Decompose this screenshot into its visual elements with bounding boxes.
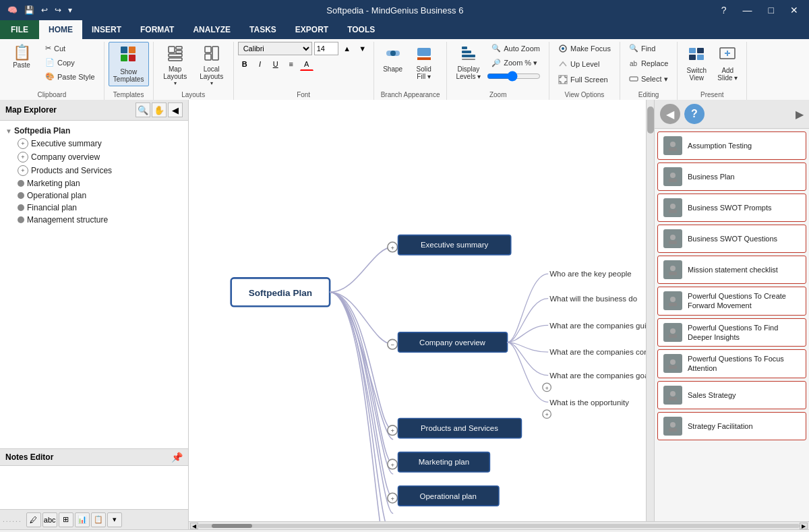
- underline-button[interactable]: U: [269, 57, 282, 71]
- collapse-sidebar-button[interactable]: ◀: [168, 102, 183, 117]
- pan-button[interactable]: ✋: [152, 102, 167, 117]
- save-icon[interactable]: 💾: [22, 4, 36, 16]
- exec-node[interactable]: + Executive summary: [388, 235, 511, 255]
- hscroll-left-button[interactable]: ◀: [190, 523, 198, 529]
- svg-rect-7: [169, 54, 182, 57]
- sidebar-item-management[interactable]: Management structure: [3, 214, 185, 226]
- font-family-select[interactable]: Calibri: [238, 42, 312, 55]
- auto-zoom-button[interactable]: 🔍 Auto Zoom: [487, 42, 545, 55]
- local-layouts-button[interactable]: Local Layouts ▾: [194, 42, 229, 90]
- bold-button[interactable]: B: [238, 57, 251, 71]
- canvas-vscroll[interactable]: [646, 100, 654, 521]
- sidebar-item-products-services[interactable]: + Products and Services: [3, 164, 185, 177]
- svg-rect-10: [212, 47, 218, 60]
- redo-icon[interactable]: ↪: [53, 4, 63, 16]
- template-powerful-create[interactable]: Powerful Questions To Create Forward Mov…: [657, 287, 806, 316]
- sidebar-view-btn-6[interactable]: ▾: [107, 512, 122, 527]
- back-button[interactable]: ◀: [660, 104, 680, 124]
- font-size-down-button[interactable]: ▼: [356, 42, 369, 55]
- template-powerful-find[interactable]: Powerful Questions To Find Deeper Insigh…: [657, 318, 806, 347]
- template-label-5: Mission statement checklist: [688, 265, 778, 274]
- shape-button[interactable]: Shape: [378, 42, 408, 76]
- root-node-group[interactable]: Softpedia Plan: [231, 278, 330, 306]
- show-templates-button[interactable]: Show Templates: [109, 42, 149, 86]
- template-business-plan[interactable]: Business Plan: [657, 162, 806, 191]
- template-powerful-focus[interactable]: Powerful Questions To Focus Attention: [657, 349, 806, 378]
- tab-insert[interactable]: INSERT: [82, 20, 131, 39]
- company-node[interactable]: − Company overview: [388, 332, 508, 352]
- operational-node[interactable]: + Operational plan: [388, 486, 499, 506]
- font-size-input[interactable]: [314, 42, 338, 55]
- template-label-6: Powerful Questions To Create Forward Mov…: [688, 291, 800, 311]
- canvas-hscroll[interactable]: ◀ ▶: [189, 521, 809, 529]
- templates-label: Templates: [109, 90, 149, 100]
- maximize-button[interactable]: □: [763, 3, 779, 17]
- expand-executive[interactable]: +: [18, 138, 28, 149]
- tab-home[interactable]: HOME: [39, 20, 82, 39]
- tab-format[interactable]: FORMAT: [131, 20, 183, 39]
- products-node[interactable]: + Products and Services: [388, 418, 522, 438]
- sidebar-view-btn-1[interactable]: 🖊: [26, 512, 41, 527]
- ribbon-tabs: FILE HOME INSERT FORMAT ANALYZE TASKS EX…: [0, 20, 809, 39]
- full-screen-button[interactable]: Full Screen: [553, 73, 616, 86]
- map-layouts-button[interactable]: Map Layouts ▾: [158, 42, 193, 90]
- vscroll-thumb[interactable]: [647, 107, 654, 134]
- hscroll-right-button[interactable]: ▶: [800, 523, 808, 529]
- close-button[interactable]: ✕: [785, 3, 804, 17]
- find-button[interactable]: 🔍 Find: [624, 42, 673, 55]
- undo-icon[interactable]: ↩: [39, 4, 50, 16]
- paste-style-button[interactable]: 🎨 Paste Style: [40, 70, 100, 83]
- template-strategy-facilitation[interactable]: Strategy Facilitation: [657, 412, 806, 440]
- sidebar-view-btn-4[interactable]: 📊: [75, 512, 90, 527]
- replace-button[interactable]: ab Replace: [624, 57, 673, 70]
- solid-fill-button[interactable]: Solid Fill ▾: [409, 42, 439, 84]
- copy-button[interactable]: 📄 Copy: [40, 56, 100, 69]
- make-focus-button[interactable]: Make Focus: [553, 42, 616, 55]
- zoom-percent-button[interactable]: 🔎 Zoom % ▾: [487, 57, 545, 69]
- switch-view-button[interactable]: Switch View: [682, 42, 711, 85]
- font-color-button[interactable]: A: [300, 57, 313, 71]
- cut-button[interactable]: ✂ Cut: [40, 42, 100, 55]
- more-icon[interactable]: ▾: [66, 4, 74, 16]
- sidebar-view-btn-2[interactable]: abc: [42, 512, 57, 527]
- sidebar-item-company-overview[interactable]: + Company overview: [3, 150, 185, 164]
- sidebar-view-btn-3[interactable]: ⊞: [59, 512, 73, 527]
- select-button[interactable]: Select ▾: [624, 72, 673, 86]
- sidebar-item-root[interactable]: ▼ Softpedia Plan: [3, 125, 185, 137]
- notes-content[interactable]: [0, 466, 188, 509]
- expand-company[interactable]: +: [18, 152, 28, 162]
- tab-export[interactable]: EXPORT: [286, 20, 338, 39]
- italic-button[interactable]: I: [253, 57, 267, 71]
- sidebar-item-marketing[interactable]: Marketing plan: [3, 177, 185, 189]
- align-button[interactable]: ≡: [284, 57, 298, 71]
- sidebar-view-btn-5[interactable]: 📋: [91, 512, 106, 527]
- sidebar-item-operational[interactable]: Operational plan: [3, 189, 185, 202]
- paste-button[interactable]: 📋 Paste: [4, 42, 39, 72]
- template-assumption-testing[interactable]: Assumption Testing: [657, 131, 806, 160]
- template-mission-checklist[interactable]: Mission statement checklist: [657, 256, 806, 284]
- dot-management: [18, 216, 24, 223]
- help-button[interactable]: ?: [684, 104, 705, 124]
- tab-tools[interactable]: TOOLS: [338, 20, 384, 39]
- template-sales-strategy[interactable]: Sales Strategy: [657, 381, 806, 409]
- right-panel-expand-button[interactable]: ▶: [796, 108, 804, 121]
- sidebar-item-executive-summary[interactable]: + Executive summary: [3, 137, 185, 150]
- template-business-swot-questions[interactable]: Business SWOT Questions: [657, 225, 806, 253]
- add-slide-button[interactable]: Add Slide ▾: [713, 42, 742, 85]
- hscroll-thumb[interactable]: [212, 524, 252, 528]
- tab-tasks[interactable]: TASKS: [240, 20, 286, 39]
- svg-point-76: [670, 204, 676, 209]
- tab-file[interactable]: FILE: [0, 20, 39, 39]
- zoom-slider[interactable]: [487, 71, 541, 81]
- minimize-button[interactable]: —: [738, 3, 758, 17]
- up-level-button[interactable]: Up Level: [553, 57, 616, 71]
- tab-analyze[interactable]: ANALYZE: [183, 20, 240, 39]
- search-button[interactable]: 🔍: [136, 102, 150, 117]
- marketing-node[interactable]: + Marketing plan: [388, 452, 490, 472]
- display-levels-button[interactable]: DisplayLevels ▾: [451, 42, 485, 84]
- expand-products[interactable]: +: [18, 165, 28, 176]
- font-size-up-button[interactable]: ▲: [340, 42, 354, 55]
- sidebar-item-financial[interactable]: Financial plan: [3, 202, 185, 214]
- help-button[interactable]: ?: [716, 3, 732, 17]
- template-business-swot-prompts[interactable]: Business SWOT Prompts: [657, 194, 806, 222]
